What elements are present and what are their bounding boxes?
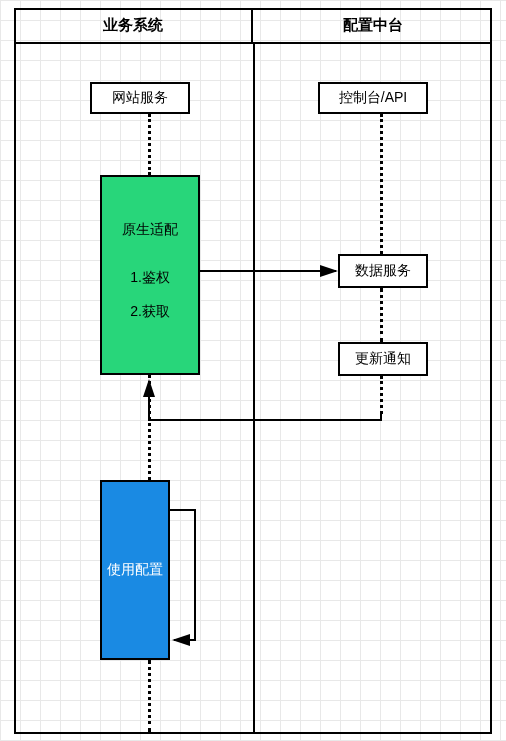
swimlane-left-title: 业务系统 [14,8,253,42]
native-adapter-step1: 1.鉴权 [130,269,170,287]
node-data-service-label: 数据服务 [355,262,411,280]
node-web-service-label: 网站服务 [112,89,168,107]
node-update-notify: 更新通知 [338,342,428,376]
node-use-config-label: 使用配置 [107,561,163,579]
lifeline-web [148,114,151,175]
lifeline-use-down [148,660,151,732]
node-web-service: 网站服务 [90,82,190,114]
node-data-service: 数据服务 [338,254,428,288]
diagram-canvas: 业务系统 配置中台 网站服务 控制台/API 原生适配 1.鉴权 2.获取 数据… [0,0,506,741]
swimlane-right-title: 配置中台 [253,8,492,42]
node-console-api-label: 控制台/API [339,89,407,107]
native-adapter-title: 原生适配 [122,221,178,239]
node-console-api: 控制台/API [318,82,428,114]
lifeline-api [380,114,383,254]
native-adapter-step2: 2.获取 [130,303,170,321]
lifeline-notify-down [380,376,383,414]
lifeline-adapter-to-use [148,375,151,480]
node-update-notify-label: 更新通知 [355,350,411,368]
node-native-adapter: 原生适配 1.鉴权 2.获取 [100,175,200,375]
lifeline-data-to-notify [380,288,383,342]
node-use-config: 使用配置 [100,480,170,660]
swimlane-divider [253,44,255,734]
swimlane-header: 业务系统 配置中台 [14,8,492,44]
